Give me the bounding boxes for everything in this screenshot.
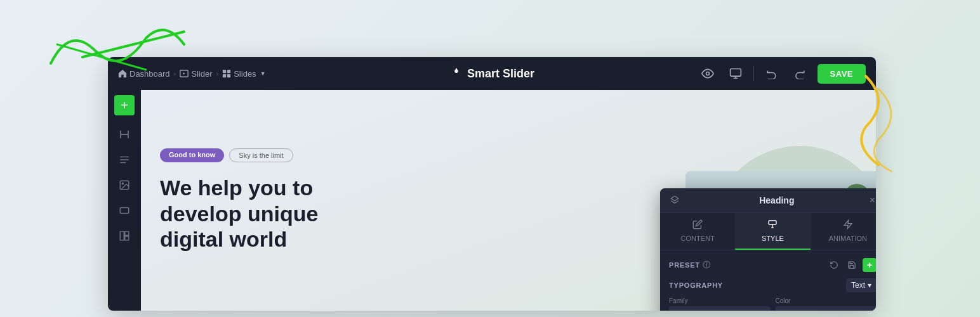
- family-label: Family: [669, 297, 771, 304]
- color-label: Color: [776, 297, 877, 304]
- style-tab-label: STYLE: [762, 235, 784, 242]
- family-input[interactable]: [669, 306, 771, 311]
- svg-rect-7: [730, 69, 741, 77]
- sidebar-shape-tool[interactable]: [113, 199, 136, 222]
- slides-dropdown-icon: ▼: [260, 70, 266, 77]
- heading-editor-panel: Heading × CONTENT: [660, 188, 876, 311]
- add-preset-button[interactable]: +: [863, 258, 876, 272]
- panel-body: PRESET ⓘ: [660, 250, 876, 311]
- preset-label: PRESET ⓘ: [669, 260, 711, 271]
- sidebar-heading-tool[interactable]: [113, 123, 136, 146]
- svg-rect-14: [120, 231, 124, 240]
- image-icon: [119, 179, 130, 191]
- content-tab-label: CONTENT: [681, 235, 715, 242]
- green-scribble-decoration: [19, 13, 197, 91]
- rectangle-icon: [119, 205, 130, 216]
- redo-button[interactable]: [790, 63, 810, 84]
- animation-tab-label: ANIMATION: [829, 235, 867, 242]
- chevron-down-icon: ▾: [868, 281, 871, 290]
- tab-style[interactable]: STYLE: [735, 213, 810, 250]
- slides-icon: [222, 69, 231, 78]
- redo-icon: [794, 68, 805, 79]
- heading-icon: [119, 129, 130, 140]
- preset-row: PRESET ⓘ: [669, 258, 876, 272]
- breadcrumb-slides[interactable]: Slides ▼: [222, 69, 265, 79]
- svg-rect-15: [125, 231, 129, 235]
- save-icon: [847, 261, 856, 269]
- svg-rect-1: [223, 70, 226, 73]
- panel-header-icon: [670, 195, 679, 206]
- typography-row: TYPOGRAPHY Text ▾: [669, 278, 876, 292]
- preview-button[interactable]: [698, 63, 718, 84]
- reset-preset-button[interactable]: [827, 258, 841, 272]
- svg-marker-19: [844, 220, 852, 228]
- undo-button[interactable]: [762, 63, 782, 84]
- sidebar-text-tool[interactable]: [113, 148, 136, 171]
- typography-dropdown[interactable]: Text ▾: [846, 278, 876, 292]
- sidebar-image-tool[interactable]: [113, 174, 136, 197]
- edit-icon: [692, 219, 703, 230]
- slide-heading: We help you to develop unique digital wo…: [160, 175, 414, 252]
- svg-rect-18: [769, 221, 776, 224]
- svg-rect-16: [125, 236, 129, 240]
- svg-rect-4: [227, 74, 230, 77]
- family-color-row: Family Color: [669, 297, 876, 311]
- monitor-icon: [729, 67, 742, 80]
- svg-rect-2: [227, 70, 230, 73]
- tab-content[interactable]: CONTENT: [660, 213, 735, 250]
- panel-tabs: CONTENT STYLE: [660, 213, 876, 250]
- slide-canvas[interactable]: Good to know Sky is the limit We help yo…: [141, 90, 876, 311]
- text-lines-icon: [119, 154, 130, 165]
- svg-point-5: [454, 70, 458, 73]
- paint-roller-icon: [767, 219, 778, 230]
- panel-title: Heading: [684, 195, 870, 205]
- device-preview-button[interactable]: [725, 63, 746, 84]
- tag-row: Good to know Sky is the limit: [160, 148, 641, 162]
- breadcrumb-sep-2: ›: [216, 70, 219, 77]
- main-content: +: [108, 90, 876, 311]
- top-nav: Dashboard › Slider › Slides ▼: [108, 57, 876, 90]
- panel-header: Heading ×: [660, 188, 876, 213]
- style-tab-icon: [767, 219, 778, 232]
- svg-marker-17: [671, 196, 679, 201]
- slide-left-panel: Good to know Sky is the limit We help yo…: [141, 90, 660, 311]
- eye-icon: [701, 67, 714, 80]
- brand-icon: [449, 67, 463, 81]
- refresh-icon: [830, 261, 838, 269]
- color-field: Color: [776, 297, 877, 311]
- animation-tab-icon: [843, 219, 853, 232]
- tab-animation[interactable]: ANIMATION: [811, 213, 876, 250]
- content-tab-icon: [692, 219, 703, 232]
- svg-rect-3: [223, 74, 226, 77]
- app-window: Dashboard › Slider › Slides ▼: [108, 57, 876, 311]
- svg-rect-13: [120, 208, 129, 214]
- svg-point-6: [706, 72, 709, 75]
- typography-label: TYPOGRAPHY: [669, 281, 723, 289]
- save-preset-button[interactable]: [845, 258, 859, 272]
- svg-point-12: [122, 183, 123, 184]
- family-field: Family: [669, 297, 771, 311]
- undo-icon: [766, 68, 778, 79]
- yellow-scribble-decoration: [840, 63, 917, 180]
- info-icon: ⓘ: [703, 260, 711, 271]
- sidebar-layout-tool[interactable]: [113, 224, 136, 247]
- brand-logo: Smart Slider: [449, 67, 534, 81]
- tag-sky-limit: Sky is the limit: [229, 148, 293, 162]
- tag-good-to-know: Good to know: [160, 148, 224, 162]
- grid-icon: [119, 230, 130, 242]
- add-element-button[interactable]: +: [114, 95, 135, 115]
- nav-divider: [753, 66, 754, 81]
- lightning-icon: [843, 219, 853, 230]
- color-input[interactable]: [776, 306, 877, 311]
- preset-actions: +: [827, 258, 876, 272]
- layers-icon: [670, 195, 679, 204]
- left-sidebar: +: [108, 90, 141, 311]
- panel-close-button[interactable]: ×: [870, 195, 875, 206]
